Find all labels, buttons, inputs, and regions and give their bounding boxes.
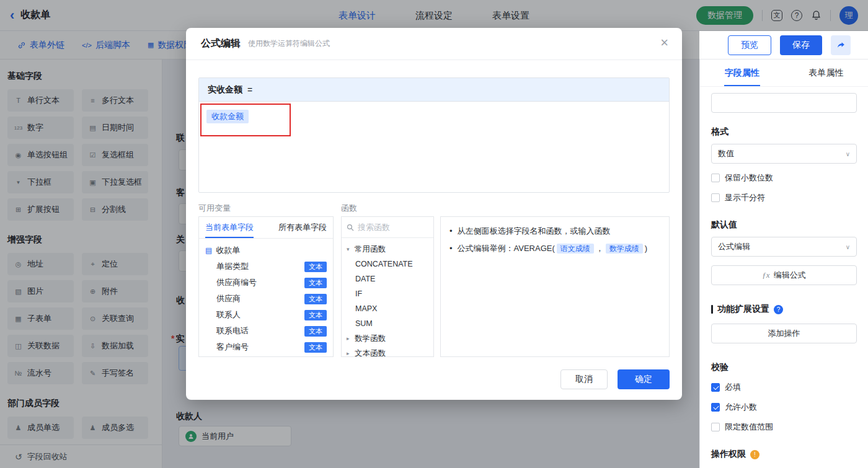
formula-editor-modal: 公式编辑 使用数学运算符编辑公式 × 实收金额 = 收款金额 可用变量 函数 当… [186, 28, 682, 400]
variable-item[interactable]: 供应商编号文本 [199, 275, 333, 291]
tab-form-properties[interactable]: 表单属性 [808, 60, 843, 86]
search-icon [347, 224, 354, 231]
variable-item[interactable]: 单据类型文本 [199, 258, 333, 275]
keep-decimals-checkbox[interactable]: 保留小数位数 [711, 172, 857, 183]
functions-panel: 搜索函数 ▾常用函数 CONCATENATE DATE IF MAPX SUM … [341, 216, 434, 357]
panel-labels: 可用变量 函数 [198, 203, 670, 213]
save-button[interactable]: 保存 [780, 35, 822, 55]
checkbox-label: 显示千分符 [725, 192, 765, 203]
type-badge: 文本 [304, 310, 327, 320]
checkbox-unchecked-icon [711, 193, 720, 202]
limit-range-checkbox[interactable]: 限定数值范围 [711, 422, 857, 433]
help-example: 公式编辑举例：AVERAGE(语文成绩，数学成绩) [458, 242, 648, 255]
question-badge-icon[interactable]: ? [774, 305, 783, 314]
variable-item[interactable]: 联系人文本 [199, 307, 333, 323]
help-panel: • 从左侧面板选择字段名和函数，或输入函数 • 公式编辑举例：AVERAGE(语… [440, 216, 670, 357]
edit-formula-button[interactable]: ƒx 编辑公式 [711, 265, 857, 285]
checkbox-checked-icon [711, 383, 720, 392]
form-root-node[interactable]: ▤ 收款单 [199, 242, 333, 258]
variable-item[interactable]: 联系电话文本 [199, 323, 333, 339]
function-group-common[interactable]: ▾常用函数 [342, 242, 433, 257]
formula-header: 实收金额 = [199, 78, 669, 102]
form-root-label: 收款单 [216, 245, 240, 256]
add-action-button[interactable]: 添加操作 [711, 324, 857, 343]
function-group-text[interactable]: ▸文本函数 [342, 346, 433, 356]
preview-button[interactable]: 预览 [728, 35, 771, 55]
variable-name: 供应商 [216, 293, 241, 304]
variable-name: 单据类型 [216, 261, 249, 272]
variable-tree: ▤ 收款单 单据类型文本 供应商编号文本 供应商文本 联系人文本 联系电话文本 … [199, 239, 333, 356]
functions-label: 函数 [341, 203, 357, 214]
formula-input-area[interactable]: 收款金额 [199, 102, 669, 193]
function-item-mapx[interactable]: MAPX [342, 301, 433, 316]
help-text: ) [645, 244, 647, 253]
formula-target-field: 实收金额 [208, 84, 242, 95]
chevron-down-icon: ∨ [846, 244, 850, 250]
function-tree: ▾常用函数 CONCATENATE DATE IF MAPX SUM ▸数学函数… [342, 238, 433, 356]
formula-editor: 实收金额 = 收款金额 [198, 77, 670, 193]
help-text: 从左侧面板选择字段名和函数，或输入函数 [458, 224, 611, 238]
default-value-select[interactable]: 公式编辑 ∨ [711, 237, 857, 257]
modal-header: 公式编辑 使用数学运算符编辑公式 × [186, 28, 682, 60]
fx-icon: ƒx [762, 270, 769, 280]
chevron-down-icon: ▾ [347, 246, 352, 252]
type-badge: 文本 [304, 262, 327, 272]
search-placeholder: 搜索函数 [358, 222, 390, 233]
tab-all-form-fields[interactable]: 所有表单字段 [278, 217, 327, 238]
format-select[interactable]: 数值 ∨ [711, 144, 857, 164]
tab-field-properties[interactable]: 字段属性 [725, 60, 760, 86]
variable-name: 联系人 [216, 309, 241, 320]
tab-current-form-fields[interactable]: 当前表单字段 [205, 217, 254, 238]
type-badge: 文本 [304, 294, 327, 304]
share-button[interactable] [831, 35, 851, 55]
function-group-math[interactable]: ▸数学函数 [342, 331, 433, 346]
example-field-tag: 数学成绩 [606, 244, 643, 254]
toolbar-actions: 预览 保存 [728, 35, 868, 55]
function-item-date[interactable]: DATE [342, 272, 433, 286]
variable-name: 供应商编号 [216, 277, 257, 288]
default-value-label: 默认值 [711, 219, 857, 231]
checkbox-unchecked-icon [711, 423, 720, 431]
function-item-if[interactable]: IF [342, 286, 433, 301]
checkbox-label: 必填 [725, 382, 741, 393]
thousand-separator-checkbox[interactable]: 显示千分符 [711, 192, 857, 203]
function-item-sum[interactable]: SUM [342, 316, 433, 331]
variable-item[interactable]: 客户编号文本 [199, 339, 333, 355]
help-line: • 从左侧面板选择字段名和函数，或输入函数 [450, 224, 660, 238]
confirm-button[interactable]: 确定 [618, 369, 670, 389]
help-text: 公式编辑举例：AVERAGE( [458, 244, 555, 253]
checkbox-unchecked-icon [711, 174, 720, 182]
permission-title-text: 操作权限 [711, 449, 746, 460]
chevron-down-icon: ∨ [846, 151, 850, 157]
modal-body: 实收金额 = 收款金额 可用变量 函数 当前表单字段 所有表单字段 ▤ [186, 60, 682, 389]
permission-title: 操作权限 ! [711, 449, 857, 460]
variables-label: 可用变量 [198, 203, 231, 214]
function-search-input[interactable]: 搜索函数 [342, 217, 433, 238]
formula-field-token[interactable]: 收款金额 [206, 110, 249, 123]
variable-name: 联系电话 [216, 325, 249, 337]
type-badge: 文本 [304, 326, 327, 337]
format-label: 格式 [711, 126, 857, 138]
field-title-input[interactable] [711, 93, 857, 113]
share-arrow-icon [836, 40, 846, 50]
info-badge-icon[interactable]: ! [750, 450, 760, 459]
allow-decimal-checkbox[interactable]: 允许小数 [711, 402, 857, 413]
help-line: • 公式编辑举例：AVERAGE(语文成绩，数学成绩) [450, 242, 660, 255]
function-group-label: 数学函数 [355, 333, 386, 344]
modal-title: 公式编辑 [201, 37, 241, 50]
cancel-button[interactable]: 取消 [560, 369, 608, 389]
bullet: • [450, 242, 453, 255]
edit-formula-label: 编辑公式 [774, 270, 806, 281]
extension-settings-title: 功能扩展设置 ? [711, 304, 857, 315]
chevron-right-icon: ▸ [347, 350, 352, 356]
modal-subtitle: 使用数学运算符编辑公式 [248, 38, 330, 49]
required-checkbox[interactable]: 必填 [711, 382, 857, 393]
document-icon: ▤ [205, 246, 212, 255]
variable-item[interactable]: 供应商文本 [199, 291, 333, 307]
modal-panels: 当前表单字段 所有表单字段 ▤ 收款单 单据类型文本 供应商编号文本 供应商文本… [198, 216, 670, 357]
section-bar [711, 305, 713, 314]
checkbox-label: 允许小数 [725, 402, 757, 413]
close-icon[interactable]: × [660, 36, 668, 50]
function-group-label: 文本函数 [355, 348, 386, 357]
function-item-concatenate[interactable]: CONCATENATE [342, 257, 433, 272]
